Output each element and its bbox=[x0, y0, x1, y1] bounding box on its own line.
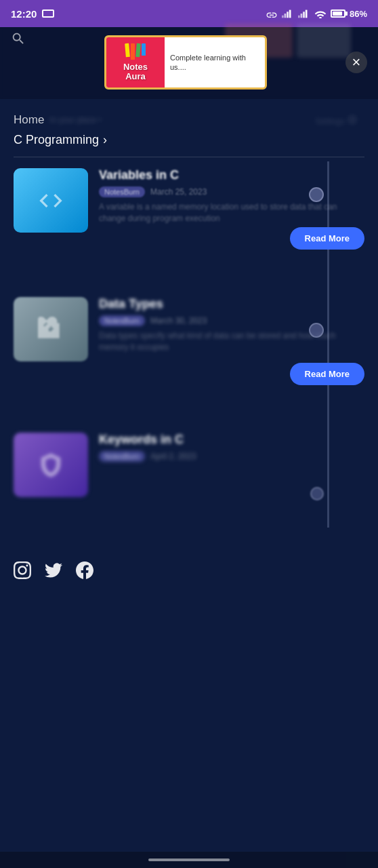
settings-blurred: Settings ⚙ bbox=[315, 113, 358, 127]
breadcrumb-row: C Programming › bbox=[14, 133, 364, 147]
signal-bars-2 bbox=[298, 9, 310, 18]
read-more-button-datatypes[interactable]: Read More bbox=[290, 363, 364, 385]
bottom-bar bbox=[0, 852, 378, 868]
topic-date-keywords: April 2, 2023 bbox=[150, 452, 196, 461]
svg-rect-2 bbox=[287, 12, 289, 18]
topic-section-variables: Variables in C NotesBurn March 25, 2023 … bbox=[14, 161, 364, 256]
status-bar: 12:20 86% bbox=[0, 0, 378, 27]
time-display: 12:20 bbox=[11, 8, 37, 20]
signal-bars bbox=[282, 9, 294, 18]
topic-date-variables: March 25, 2023 bbox=[150, 187, 207, 197]
timeline-dot-variables bbox=[309, 187, 324, 202]
topic-thumbnail-keywords bbox=[14, 433, 88, 497]
timeline-spacer-1 bbox=[14, 277, 364, 297]
topic-badge-keywords: NotesBurn bbox=[99, 451, 145, 462]
brand-text: Notes Aura bbox=[123, 62, 148, 82]
battery-icon bbox=[331, 9, 345, 18]
topic-date-datatypes: March 30, 2023 bbox=[150, 316, 207, 326]
link-icon bbox=[266, 9, 278, 18]
svg-rect-3 bbox=[289, 10, 291, 18]
content-area: Variables in C NotesBurn March 25, 2023 … bbox=[0, 161, 378, 528]
topic-meta-variables: NotesBurn March 25, 2023 bbox=[99, 186, 364, 197]
read-more-button-variables[interactable]: Read More bbox=[290, 227, 364, 250]
home-indicator bbox=[148, 859, 230, 861]
topic-section-keywords: Keywords in C NotesBurn April 2, 2023 bbox=[14, 433, 364, 528]
topic-desc-datatypes: Data types specify what kind of data can… bbox=[99, 330, 364, 353]
chevron-right-icon: › bbox=[103, 133, 107, 147]
topic-meta-datatypes: NotesBurn March 30, 2023 bbox=[99, 315, 364, 326]
social-icons-area bbox=[0, 548, 378, 604]
topic-section-datatypes: Data Types NotesBurn March 30, 2023 Data… bbox=[14, 297, 364, 392]
topic-info-variables: Variables in C NotesBurn March 25, 2023 … bbox=[99, 168, 364, 224]
home-subtitle-blur: In your place • bbox=[49, 115, 101, 125]
topic-card-keywords[interactable]: Keywords in C NotesBurn April 2, 2023 bbox=[14, 433, 364, 497]
ad-banner[interactable]: Notes Aura Complete learning with us.... bbox=[104, 35, 267, 90]
ad-banner-section: Notes Aura Complete learning with us....… bbox=[0, 27, 378, 99]
home-link[interactable]: Home In your place • bbox=[14, 113, 102, 127]
status-icons: 86% bbox=[266, 9, 367, 19]
timeline-spacer-2 bbox=[14, 412, 364, 433]
home-label: Home bbox=[14, 113, 44, 127]
topic-meta-keywords: NotesBurn April 2, 2023 bbox=[99, 451, 364, 462]
topic-thumbnail-variables bbox=[14, 168, 88, 233]
svg-rect-4 bbox=[298, 16, 300, 18]
topic-title-datatypes: Data Types bbox=[99, 297, 364, 311]
facebook-icon[interactable] bbox=[76, 561, 93, 583]
topic-desc-variables: A variable is a named memory location us… bbox=[99, 201, 364, 224]
instagram-icon[interactable] bbox=[14, 561, 31, 583]
timeline-dot-keywords bbox=[310, 487, 324, 500]
wifi-icon bbox=[314, 9, 327, 18]
breadcrumb-divider bbox=[14, 157, 364, 157]
svg-rect-5 bbox=[301, 14, 303, 18]
svg-rect-0 bbox=[282, 16, 284, 18]
breadcrumb-area: Home In your place • Settings ⚙ C Progra… bbox=[0, 99, 378, 153]
battery-percent: 86% bbox=[350, 9, 367, 19]
ad-tagline: Complete learning with us.... bbox=[170, 53, 259, 73]
timeline-dot-datatypes bbox=[309, 323, 324, 338]
status-time: 12:20 bbox=[11, 8, 54, 20]
svg-rect-6 bbox=[303, 12, 305, 18]
topic-thumbnail-datatypes bbox=[14, 297, 88, 361]
topic-badge-datatypes: NotesBurn bbox=[99, 315, 145, 326]
topic-info-datatypes: Data Types NotesBurn March 30, 2023 Data… bbox=[99, 297, 364, 353]
topic-title-keywords: Keywords in C bbox=[99, 433, 364, 447]
twitter-icon[interactable] bbox=[45, 561, 62, 583]
c-programming-link[interactable]: C Programming bbox=[14, 133, 99, 147]
ad-tagline-section: Complete learning with us.... bbox=[165, 47, 265, 78]
screen-icon bbox=[42, 9, 54, 18]
topic-info-keywords: Keywords in C NotesBurn April 2, 2023 bbox=[99, 433, 364, 466]
svg-rect-7 bbox=[306, 10, 308, 18]
search-icon[interactable] bbox=[11, 31, 26, 50]
svg-rect-1 bbox=[285, 14, 287, 18]
topic-title-variables: Variables in C bbox=[99, 168, 364, 182]
ad-logo: Notes Aura bbox=[106, 37, 165, 87]
ad-close-button[interactable]: × bbox=[345, 52, 367, 73]
topic-badge-variables: NotesBurn bbox=[99, 186, 145, 197]
pencil-icons bbox=[125, 43, 146, 60]
